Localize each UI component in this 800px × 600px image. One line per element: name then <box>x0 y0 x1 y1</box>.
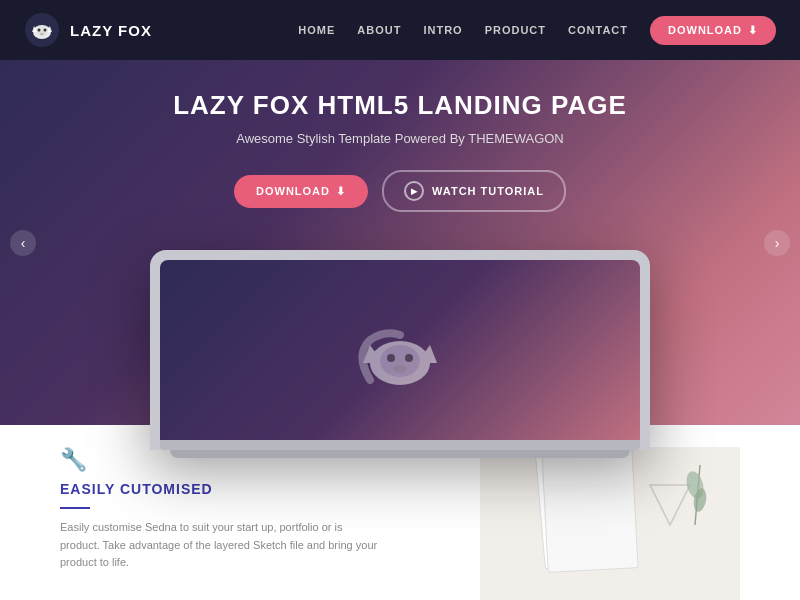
feature-title-underline <box>60 507 90 509</box>
svg-rect-17 <box>542 448 638 573</box>
feature-right <box>420 447 740 600</box>
laptop-outer <box>150 250 650 450</box>
feature-description: Easily customise Sedna to suit your star… <box>60 519 380 572</box>
svg-point-13 <box>405 354 413 362</box>
watch-tutorial-button[interactable]: ▶ WATCH TUTORIAL <box>382 170 566 212</box>
desk-items-illustration <box>480 447 740 600</box>
nav-product[interactable]: PRODUCT <box>485 24 546 36</box>
svg-point-14 <box>393 365 407 373</box>
hero-title: LAZY FOX HTML5 LANDING PAGE <box>173 90 627 121</box>
hero-buttons: DOWNLOAD ⬇ ▶ WATCH TUTORIAL <box>234 170 566 212</box>
hero-download-button[interactable]: DOWNLOAD ⬇ <box>234 175 368 208</box>
laptop-bottom <box>170 450 630 458</box>
play-icon: ▶ <box>404 181 424 201</box>
svg-point-7 <box>40 33 44 35</box>
nav-about[interactable]: ABOUT <box>357 24 401 36</box>
svg-point-12 <box>387 354 395 362</box>
download-icon: ⬇ <box>748 24 758 37</box>
laptop-screen <box>160 260 640 440</box>
nav-home[interactable]: HOME <box>298 24 335 36</box>
feature-left: 🔧 EASILY CUTOMISED Easily customise Sedn… <box>60 447 420 572</box>
svg-point-5 <box>38 29 41 32</box>
carousel-left-arrow[interactable]: ‹ <box>10 230 36 256</box>
svg-point-6 <box>44 29 47 32</box>
carousel-right-arrow[interactable]: › <box>764 230 790 256</box>
nav-links: HOME ABOUT INTRO PRODUCT CONTACT DOWNLOA… <box>298 16 776 45</box>
nav-intro[interactable]: INTRO <box>423 24 462 36</box>
navbar: LAZY FOX HOME ABOUT INTRO PRODUCT CONTAC… <box>0 0 800 60</box>
hero-download-icon: ⬇ <box>336 185 346 198</box>
logo-area[interactable]: LAZY FOX <box>24 12 152 48</box>
nav-contact[interactable]: CONTACT <box>568 24 628 36</box>
laptop-mockup <box>150 250 650 458</box>
laptop-base <box>160 440 640 450</box>
feature-title: EASILY CUTOMISED <box>60 481 380 497</box>
brand-logo-icon <box>24 12 60 48</box>
screen-fox-logo <box>345 305 455 395</box>
brand-name: LAZY FOX <box>70 22 152 39</box>
hero-subtitle: Awesome Stylish Template Powered By THEM… <box>236 131 564 146</box>
nav-download-button[interactable]: DOWNLOAD ⬇ <box>650 16 776 45</box>
